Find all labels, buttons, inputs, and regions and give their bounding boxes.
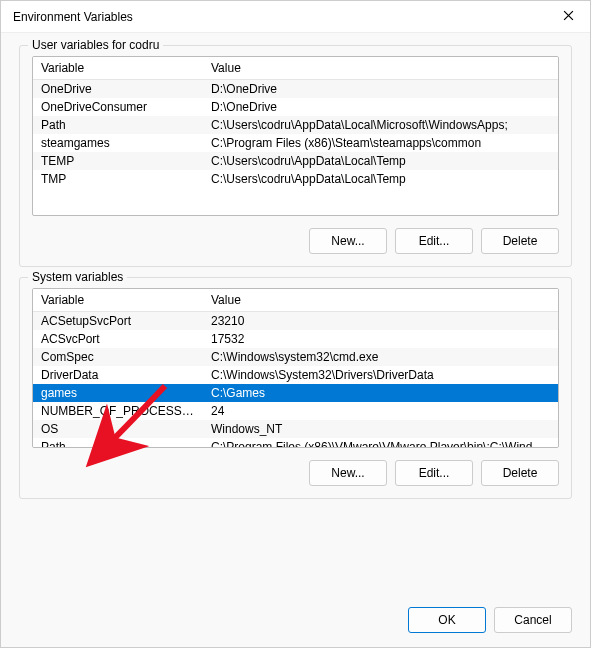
var-value: 23210 bbox=[203, 312, 558, 331]
var-name: ACSetupSvcPort bbox=[33, 312, 203, 331]
titlebar: Environment Variables bbox=[1, 1, 590, 33]
var-name: OneDriveConsumer bbox=[33, 98, 203, 116]
var-value: C:\Users\codru\AppData\Local\Microsoft\W… bbox=[203, 116, 558, 134]
user-variables-list[interactable]: Variable Value OneDriveD:\OneDriveOneDri… bbox=[32, 56, 559, 216]
var-value: 17532 bbox=[203, 330, 558, 348]
table-row[interactable]: ACSvcPort17532 bbox=[33, 330, 558, 348]
dialog-body: User variables for codru Variable Value … bbox=[1, 33, 590, 647]
var-name: OneDrive bbox=[33, 80, 203, 99]
var-value: C:\Games bbox=[203, 384, 558, 402]
table-row[interactable]: TMPC:\Users\codru\AppData\Local\Temp bbox=[33, 170, 558, 188]
var-name: steamgames bbox=[33, 134, 203, 152]
system-variables-group: System variables Variable Value ACSetupS… bbox=[19, 277, 572, 499]
close-icon bbox=[563, 10, 574, 24]
var-name: Path bbox=[33, 438, 203, 448]
table-row[interactable]: PathC:\Users\codru\AppData\Local\Microso… bbox=[33, 116, 558, 134]
ok-button[interactable]: OK bbox=[408, 607, 486, 633]
var-name: NUMBER_OF_PROCESSORS bbox=[33, 402, 203, 420]
table-row[interactable]: ComSpecC:\Windows\system32\cmd.exe bbox=[33, 348, 558, 366]
var-value: C:\Users\codru\AppData\Local\Temp bbox=[203, 170, 558, 188]
var-value: C:\Program Files (x86)\Steam\steamapps\c… bbox=[203, 134, 558, 152]
var-value: C:\Windows\system32\cmd.exe bbox=[203, 348, 558, 366]
var-value: C:\Users\codru\AppData\Local\Temp bbox=[203, 152, 558, 170]
user-delete-button[interactable]: Delete bbox=[481, 228, 559, 254]
system-group-title: System variables bbox=[28, 270, 127, 284]
var-value: C:\Windows\System32\Drivers\DriverData bbox=[203, 366, 558, 384]
var-name: ACSvcPort bbox=[33, 330, 203, 348]
var-name: Path bbox=[33, 116, 203, 134]
system-col-value[interactable]: Value bbox=[203, 289, 558, 312]
var-value: Windows_NT bbox=[203, 420, 558, 438]
dialog-footer: OK Cancel bbox=[19, 601, 572, 633]
user-variables-group: User variables for codru Variable Value … bbox=[19, 45, 572, 267]
table-row[interactable]: gamesC:\Games bbox=[33, 384, 558, 402]
system-delete-button[interactable]: Delete bbox=[481, 460, 559, 486]
var-value: 24 bbox=[203, 402, 558, 420]
var-name: DriverData bbox=[33, 366, 203, 384]
table-row[interactable]: OneDriveD:\OneDrive bbox=[33, 80, 558, 99]
var-value: D:\OneDrive bbox=[203, 98, 558, 116]
system-button-row: New... Edit... Delete bbox=[32, 460, 559, 486]
user-col-value[interactable]: Value bbox=[203, 57, 558, 80]
var-value: D:\OneDrive bbox=[203, 80, 558, 99]
var-name: OS bbox=[33, 420, 203, 438]
system-variables-list[interactable]: Variable Value ACSetupSvcPort23210ACSvcP… bbox=[32, 288, 559, 448]
table-row[interactable]: DriverDataC:\Windows\System32\Drivers\Dr… bbox=[33, 366, 558, 384]
close-button[interactable] bbox=[554, 3, 582, 31]
table-row[interactable]: OSWindows_NT bbox=[33, 420, 558, 438]
var-name: TMP bbox=[33, 170, 203, 188]
user-col-variable[interactable]: Variable bbox=[33, 57, 203, 80]
var-name: ComSpec bbox=[33, 348, 203, 366]
var-name: games bbox=[33, 384, 203, 402]
table-row[interactable]: steamgamesC:\Program Files (x86)\Steam\s… bbox=[33, 134, 558, 152]
table-row[interactable]: PathC:\Program Files (x86)\VMware\VMware… bbox=[33, 438, 558, 448]
system-col-variable[interactable]: Variable bbox=[33, 289, 203, 312]
table-row[interactable]: NUMBER_OF_PROCESSORS24 bbox=[33, 402, 558, 420]
cancel-button[interactable]: Cancel bbox=[494, 607, 572, 633]
user-button-row: New... Edit... Delete bbox=[32, 228, 559, 254]
var-name: TEMP bbox=[33, 152, 203, 170]
window-title: Environment Variables bbox=[13, 10, 554, 24]
system-edit-button[interactable]: Edit... bbox=[395, 460, 473, 486]
user-new-button[interactable]: New... bbox=[309, 228, 387, 254]
table-row[interactable]: ACSetupSvcPort23210 bbox=[33, 312, 558, 331]
system-new-button[interactable]: New... bbox=[309, 460, 387, 486]
env-vars-dialog: Environment Variables User variables for… bbox=[0, 0, 591, 648]
user-edit-button[interactable]: Edit... bbox=[395, 228, 473, 254]
var-value: C:\Program Files (x86)\VMware\VMware Pla… bbox=[203, 438, 558, 448]
table-row[interactable]: OneDriveConsumerD:\OneDrive bbox=[33, 98, 558, 116]
table-row[interactable]: TEMPC:\Users\codru\AppData\Local\Temp bbox=[33, 152, 558, 170]
user-group-title: User variables for codru bbox=[28, 38, 163, 52]
